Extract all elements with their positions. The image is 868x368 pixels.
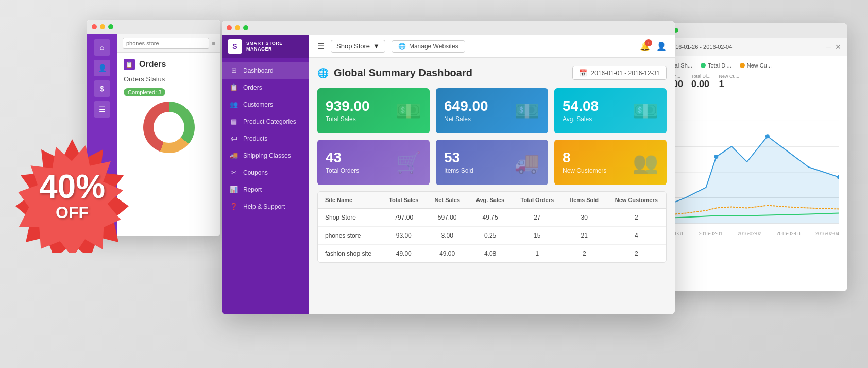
col-new-customers: New Customers <box>607 192 666 209</box>
sidebar-item-products[interactable]: 🏷 Products <box>222 130 309 147</box>
main-close-dot[interactable] <box>227 25 232 30</box>
items-sold-icon: 🚚 <box>514 150 540 175</box>
sidebar-item-shipping-classes[interactable]: 🚚 Shipping Classes <box>222 147 309 164</box>
topbar-user-icon[interactable]: 👤 <box>656 41 667 51</box>
sidebar-item-dashboard-label: Dashboard <box>243 67 274 74</box>
total-orders-label: Total Orders <box>326 167 359 174</box>
sale-percentage: 40% <box>39 170 105 203</box>
avg-sales-icon: 💵 <box>633 99 658 123</box>
topbar-tag: ≡ <box>212 40 215 46</box>
orders-nav-icon: 📋 <box>230 83 238 91</box>
chart-stat-total-di: Total Di... 0.00 <box>691 74 711 90</box>
row1-items-sold: 30 <box>562 209 607 227</box>
sidebar-item-product-categories[interactable]: ▤ Product Categories <box>222 113 309 130</box>
new-customers-value: 8 <box>563 150 606 165</box>
stat-value-total-di: 0.00 <box>691 79 711 90</box>
row2-site: phones store <box>318 227 381 245</box>
sidebar-item-coupons[interactable]: ✂ Coupons <box>222 164 309 181</box>
total-sales-icon: 💵 <box>396 99 421 123</box>
stat-card-new-customers-left: 8 New Customers <box>563 150 606 174</box>
table-row: phones store 93.00 3.00 0.25 15 21 4 <box>318 227 666 245</box>
chart-x-labels: 2016-01-31 2016-02-01 2016-02-02 2016-02… <box>652 229 847 236</box>
row1-new-customers: 2 <box>607 209 666 227</box>
sidebar-icon-users[interactable]: 👤 <box>94 60 110 76</box>
customers-icon: 👥 <box>230 101 238 108</box>
product-categories-icon: ▤ <box>230 118 238 125</box>
col-total-orders: Total Orders <box>513 192 562 209</box>
net-sales-label: Net Sales <box>444 115 488 123</box>
calendar-icon: 📅 <box>579 69 587 77</box>
chart-topbar: 📅 2016-01-26 - 2016-02-04 ─ ✕ <box>652 38 847 56</box>
stat-label-total-di: Total Di... <box>691 74 711 79</box>
stat-label-new-cu: New Cu... <box>719 74 740 79</box>
dashboard-title: 🌐 Global Summary Dashboard <box>317 67 472 79</box>
chart-minimize-icon[interactable]: ─ <box>826 43 831 51</box>
topbar-menu-icon[interactable]: ☰ <box>317 41 325 51</box>
sidebar-item-report[interactable]: 📊 Report <box>222 181 309 198</box>
help-icon: ❓ <box>230 203 238 210</box>
row2-new-customers: 4 <box>607 227 666 245</box>
sidebar-item-coupons-label: Coupons <box>243 169 268 176</box>
orders-icon: 📋 <box>124 59 135 70</box>
date-picker[interactable]: 📅 2016-01-01 - 2016-12-31 <box>572 66 667 80</box>
main-minimize-dot[interactable] <box>235 25 240 30</box>
row3-site: fashion shop site <box>318 245 381 263</box>
coupons-icon: ✂ <box>230 169 238 176</box>
dashboard-globe-icon: 🌐 <box>317 68 329 79</box>
col-site-name: Site Name <box>318 192 381 209</box>
sidebar-item-product-categories-label: Product Categories <box>243 118 296 125</box>
sidebar-item-dashboard[interactable]: ⊞ Dashboard <box>222 62 309 79</box>
items-sold-label: Items Sold <box>444 167 473 174</box>
stat-value-new-cu: 1 <box>719 79 740 90</box>
sidebar-item-orders[interactable]: 📋 Orders <box>222 79 309 96</box>
sidebar-icon-home[interactable]: ⌂ <box>94 39 110 56</box>
row1-total-orders: 27 <box>513 209 562 227</box>
items-sold-value: 53 <box>444 150 473 165</box>
sidebar-nav: ⊞ Dashboard 📋 Orders 👥 Customers ▤ Produ… <box>222 58 309 314</box>
sidebar-item-orders-label: Orders <box>243 84 262 91</box>
main-maximize-dot[interactable] <box>243 25 248 30</box>
date-range-text: 2016-01-01 - 2016-12-31 <box>591 70 660 77</box>
main-sidebar: S SMART STOREMANAGER ⊞ Dashboard 📋 Order… <box>222 35 309 314</box>
close-dot[interactable] <box>92 24 97 29</box>
orders-search-input[interactable] <box>123 38 209 49</box>
total-sales-label: Total Sales <box>326 115 370 123</box>
topbar-store-select[interactable]: Shop Store ▼ <box>331 40 385 53</box>
chart-close-icon[interactable]: ✕ <box>835 43 841 51</box>
row2-net-sales: 3.00 <box>427 227 468 245</box>
row1-total-sales: 797.00 <box>381 209 427 227</box>
chart-stats: Total Sh... 75.00 Total Di... 0.00 New C… <box>652 69 847 95</box>
stat-card-new-customers: 8 New Customers 👥 <box>554 140 667 185</box>
legend-dot-orange <box>740 63 745 68</box>
sidebar-item-customers[interactable]: 👥 Customers <box>222 96 309 113</box>
chevron-down-icon: ▼ <box>373 42 380 50</box>
legend-label-new-cu: New Cu... <box>747 62 772 69</box>
stat-card-total-sales: 939.00 Total Sales 💵 <box>317 88 430 133</box>
row3-new-customers: 2 <box>607 245 666 263</box>
row2-total-sales: 93.00 <box>381 227 427 245</box>
stat-card-items-sold-left: 53 Items Sold <box>444 150 473 174</box>
sidebar-item-help-support[interactable]: ❓ Help & Support <box>222 198 309 215</box>
orders-heading: Orders <box>139 60 166 69</box>
stat-card-net-sales: 649.00 Net Sales 💵 <box>436 88 548 133</box>
orders-completed-badge: Completed: 3 <box>124 88 165 96</box>
topbar-manage-websites-button[interactable]: 🌐 Manage Websites <box>392 40 465 53</box>
x-label-1: 2016-02-01 <box>699 231 722 236</box>
topbar-bell-wrapper: 🔔 1 <box>640 41 650 51</box>
chart-stat-new-cu: New Cu... 1 <box>719 74 740 90</box>
row3-total-sales: 49.00 <box>381 245 427 263</box>
manage-websites-label: Manage Websites <box>409 43 458 50</box>
maximize-dot[interactable] <box>108 24 113 29</box>
row2-avg-sales: 0.25 <box>468 227 512 245</box>
total-sales-value: 939.00 <box>326 99 370 113</box>
table-header: Site Name Total Sales Net Sales Avg. Sal… <box>318 192 666 209</box>
chart-date-range: 2016-01-26 - 2016-02-04 <box>669 44 732 50</box>
dashboard-header: 🌐 Global Summary Dashboard 📅 2016-01-01 … <box>317 66 667 80</box>
minimize-dot[interactable] <box>100 24 105 29</box>
main-content-area: ☰ Shop Store ▼ 🌐 Manage Websites 🔔 1 👤 <box>309 35 675 314</box>
sidebar-item-shipping-classes-label: Shipping Classes <box>243 152 291 159</box>
sidebar-icon-money[interactable]: $ <box>94 80 110 97</box>
svg-point-8 <box>714 155 718 159</box>
avg-sales-label: Avg. Sales <box>563 115 599 123</box>
logo-icon: S <box>228 39 242 54</box>
